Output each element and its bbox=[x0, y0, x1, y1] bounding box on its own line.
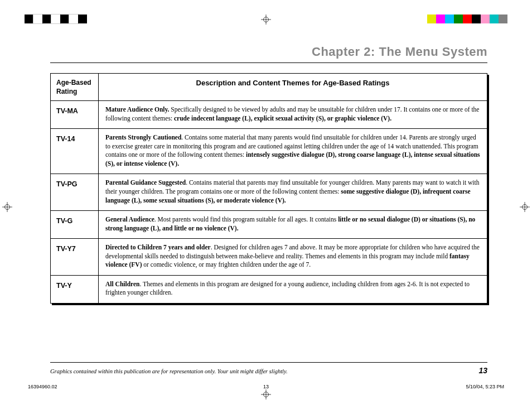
color-swatch bbox=[427, 15, 436, 23]
color-swatch bbox=[78, 15, 87, 23]
color-swatch bbox=[481, 15, 490, 23]
color-swatch bbox=[499, 15, 507, 23]
rating-label: TV-MA bbox=[51, 101, 99, 129]
desc-lead: Parental Guidance Suggested bbox=[105, 179, 186, 186]
desc-lead: Directed to Children 7 years and older bbox=[105, 244, 211, 251]
table-row: TV-14Parents Strongly Cautioned. Contain… bbox=[51, 129, 487, 174]
registration-mark-icon bbox=[261, 15, 271, 25]
rating-table-wrap: Age-Based Rating Description and Content… bbox=[50, 73, 487, 304]
color-swatch bbox=[33, 15, 42, 23]
color-swatch bbox=[463, 15, 472, 23]
table-row: TV-PGParental Guidance Suggested. Contai… bbox=[51, 174, 487, 211]
desc-body: . Themes and elements in this program ar… bbox=[105, 281, 470, 296]
footer: Graphics contained within this publicati… bbox=[50, 362, 487, 375]
crop-id: 16394960.02 bbox=[28, 384, 187, 389]
color-swatch bbox=[454, 15, 463, 23]
table-row: TV-GGeneral Audience. Most parents would… bbox=[51, 211, 487, 239]
rating-table: Age-Based Rating Description and Content… bbox=[50, 73, 487, 304]
crop-page: 13 bbox=[187, 384, 346, 389]
rating-description: Parental Guidance Suggested. Contains ma… bbox=[99, 174, 487, 211]
rating-label: TV-PG bbox=[51, 174, 99, 211]
crop-info: 16394960.02 13 5/10/04, 5:23 PM bbox=[28, 384, 504, 389]
page-number: 13 bbox=[478, 366, 487, 375]
chapter-title: Chapter 2: The Menu System bbox=[50, 45, 487, 62]
color-swatch bbox=[42, 15, 51, 23]
rating-description: General Audience. Most parents would fin… bbox=[99, 211, 487, 239]
desc-lead: General Audience bbox=[105, 216, 154, 223]
color-swatch bbox=[436, 15, 445, 23]
color-swatch bbox=[25, 15, 33, 23]
table-row: TV-Y7Directed to Children 7 years and ol… bbox=[51, 239, 487, 276]
rating-label: TV-Y bbox=[51, 275, 99, 303]
desc-lead: Parents Strongly Cautioned bbox=[105, 134, 181, 141]
rating-description: Directed to Children 7 years and older. … bbox=[99, 239, 487, 276]
rating-label: TV-14 bbox=[51, 129, 99, 174]
rating-description: Parents Strongly Cautioned. Contains som… bbox=[99, 129, 487, 174]
registration-mark-icon bbox=[520, 202, 530, 212]
rating-description: All Children. Themes and elements in thi… bbox=[99, 275, 487, 303]
color-bar-right bbox=[427, 15, 507, 23]
rating-description: Mature Audience Only. Specifically desig… bbox=[99, 101, 487, 129]
rating-label: TV-G bbox=[51, 211, 99, 239]
table-row: TV-MAMature Audience Only. Specifically … bbox=[51, 101, 487, 129]
desc-lead: Mature Audience Only. bbox=[105, 106, 169, 113]
rating-tbody: TV-MAMature Audience Only. Specifically … bbox=[51, 101, 487, 303]
footer-note: Graphics contained within this publicati… bbox=[50, 368, 288, 374]
desc-body: . Most parents would find this program s… bbox=[154, 216, 338, 223]
crop-stamp: 5/10/04, 5:23 PM bbox=[345, 384, 504, 389]
rating-label: TV-Y7 bbox=[51, 239, 99, 276]
color-bar-left bbox=[25, 15, 87, 23]
th-desc: Description and Content Themes for Age-B… bbox=[99, 74, 487, 101]
th-label: Age-Based Rating bbox=[51, 74, 99, 101]
rule-top bbox=[50, 62, 487, 63]
color-swatch bbox=[490, 15, 499, 23]
desc-tail: or comedic violence, or may frighten chi… bbox=[142, 261, 311, 268]
page-content: Chapter 2: The Menu System Age-Based Rat… bbox=[50, 45, 487, 375]
desc-themes: crude indecent language (L), explicit se… bbox=[174, 115, 391, 122]
color-swatch bbox=[51, 15, 60, 23]
desc-lead: All Children bbox=[105, 281, 139, 287]
table-row: TV-YAll Children. Themes and elements in… bbox=[51, 275, 487, 303]
registration-mark-icon bbox=[2, 202, 12, 212]
color-swatch bbox=[69, 15, 78, 23]
color-swatch bbox=[445, 15, 454, 23]
color-swatch bbox=[60, 15, 69, 23]
color-swatch bbox=[472, 15, 481, 23]
registration-mark-icon bbox=[261, 389, 271, 399]
